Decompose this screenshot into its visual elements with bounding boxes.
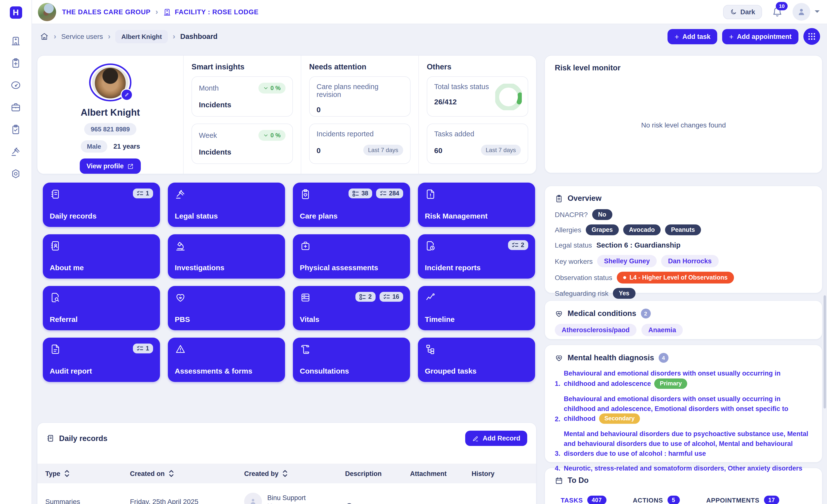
breadcrumb-service-users[interactable]: Service users [61, 33, 103, 40]
overview-label: Legal status [555, 241, 592, 249]
tile-referral[interactable]: Referral [43, 286, 160, 330]
table-row[interactable]: Summaries Friday, 25th April 2025 Binu S… [37, 483, 536, 504]
section-title: Smart insights [192, 62, 293, 71]
sidebar-item-care-records[interactable] [10, 58, 21, 68]
add-appointment-button[interactable]: +Add appointment [722, 29, 798, 44]
app-logo[interactable]: H [10, 6, 22, 19]
change-badge: 0 % [259, 130, 286, 141]
user-menu[interactable] [792, 3, 820, 21]
sidebar-item-tasks[interactable] [10, 124, 21, 135]
daily-records-table: TypeCreated onCreated byDescriptionAttac… [37, 464, 536, 504]
organisation-avatar[interactable] [38, 3, 56, 21]
tile-assessments-forms[interactable]: Assessments & forms [168, 338, 285, 382]
tile-consultations[interactable]: Consultations [293, 338, 410, 382]
edit-photo-button[interactable] [120, 89, 133, 101]
tile-about-me[interactable]: About me [43, 234, 160, 279]
todo-tab-appointments[interactable]: APPOINTMENTS17 [706, 496, 779, 504]
main-area: THE DALES CARE GROUP › FACILITY : ROSE L… [32, 0, 827, 504]
sidebar-item-insights[interactable] [10, 80, 21, 91]
condition-pill-anaemia[interactable]: Anaemia [641, 324, 683, 336]
chevron-down-icon [814, 10, 820, 14]
tile-audit-report[interactable]: 1 Audit report [43, 338, 160, 382]
column-header-type[interactable]: Type [45, 470, 130, 477]
sidebar-nav [10, 36, 21, 179]
value-pill: Grapes [586, 224, 619, 235]
key-worker-pill[interactable]: Shelley Guney [597, 255, 657, 267]
tile-investigations[interactable]: Investigations [168, 234, 285, 279]
scrollbar-thumb[interactable] [824, 295, 826, 408]
section-title: Needs attention [309, 62, 410, 71]
column-header-created-by[interactable]: Created by [244, 470, 345, 477]
plus-icon: + [675, 33, 679, 40]
metric-value: Incidents [199, 100, 231, 109]
diagnosis-item-1: 1.Behavioural and emotional disorders wi… [555, 369, 812, 389]
tile-incident-reports[interactable]: 2 Incident reports [418, 234, 535, 279]
tile-timeline[interactable]: Timeline [418, 286, 535, 330]
home-button[interactable] [40, 32, 49, 41]
patient-summary-card: Albert Knight 965 821 8989 Male 21 years… [37, 55, 537, 174]
tile-badge-checklist: 16 [380, 292, 403, 302]
overview-label: Safeguarding risk [555, 289, 609, 297]
value-pill: Avocado [623, 224, 661, 235]
observation-status-pill: L4 - Higher Level of Observations [617, 272, 734, 284]
tile-badge-kanban: 38 [348, 189, 372, 198]
condition-pill-atherosclerosis-paod[interactable]: Atherosclerosis/paod [555, 324, 636, 336]
patient-gender: Male [81, 140, 107, 153]
view-description-button[interactable] [345, 501, 410, 504]
microscope-icon [175, 240, 186, 252]
others-card-0: Total tasks status 26/412 [427, 76, 528, 117]
tile-grouped-tasks[interactable]: Grouped tasks [418, 338, 535, 382]
add-task-button[interactable]: +Add task [668, 29, 718, 44]
top-bar: THE DALES CARE GROUP › FACILITY : ROSE L… [32, 0, 827, 24]
scroll-icon [300, 344, 311, 355]
clipboard-icon [555, 194, 563, 203]
content: Albert Knight 965 821 8989 Male 21 years… [32, 49, 827, 504]
app: H THE DALES CARE GROUP › FACILITY : ROSE… [0, 0, 827, 504]
tile-physical-assessments[interactable]: Physical assessments [293, 234, 410, 279]
cell-type: Summaries [45, 498, 130, 504]
todo-tab-actions[interactable]: ACTIONS5 [633, 496, 680, 504]
key-worker-pill[interactable]: Dan Horrocks [661, 255, 719, 267]
sidebar-item-settings[interactable] [10, 168, 21, 179]
add-record-button[interactable]: Add Record [466, 431, 527, 446]
tile-vitals[interactable]: 216 Vitals [293, 286, 410, 330]
overview-row-observation-status: Observation statusL4 - Higher Level of O… [555, 272, 812, 284]
tile-risk-management[interactable]: Risk Management [418, 183, 535, 227]
notifications-button[interactable]: 10 [772, 6, 783, 17]
tile-label: Consultations [300, 367, 403, 375]
value-pill: Yes [613, 288, 635, 299]
overview-card: Overview DNACPR?NoAllergiesGrapesAvocado… [544, 186, 823, 293]
tile-care-plans[interactable]: 38284 Care plans [293, 183, 410, 227]
hierarchy-icon [425, 344, 436, 355]
tile-pbs[interactable]: PBS [168, 286, 285, 330]
overview-label: Key workers [555, 257, 593, 265]
overview-row-safeguarding-risk: Safeguarding riskYes [555, 288, 812, 299]
sidebar-item-organisation[interactable] [10, 102, 21, 113]
organisation-name[interactable]: THE DALES CARE GROUP [62, 8, 151, 15]
view-profile-button[interactable]: View profile [80, 158, 141, 174]
mental-health-count: 4 [659, 353, 668, 363]
sidebar-item-legal[interactable] [10, 146, 21, 157]
breadcrumb-patient[interactable]: Albert Knight [115, 30, 168, 43]
diagnosis-text: Mental and behavioural disorders due to … [564, 430, 812, 458]
column-header-created-on[interactable]: Created on [130, 470, 244, 477]
diagnosis-text: Behavioural and emotional disorders with… [564, 369, 812, 389]
period-badge: Last 7 days [363, 145, 403, 156]
metric-label: Week [199, 132, 217, 139]
overview-row-allergies: AllergiesGrapesAvocadoPeanuts [555, 224, 812, 235]
sidebar-item-facility[interactable] [10, 36, 21, 46]
tile-daily-records[interactable]: 1 Daily records [43, 183, 160, 227]
patient-phone: 965 821 8989 [84, 123, 136, 135]
tile-badge-checklist: 1 [133, 344, 153, 353]
risk-level-monitor-card: Risk level monitor No risk level changes… [544, 55, 823, 173]
diagnosis-number: 2. [555, 414, 561, 424]
mental-health-card: Mental health diagnosis 4 1.Behavioural … [544, 345, 823, 463]
facility-label[interactable]: FACILITY : ROSE LODGE [163, 8, 258, 16]
todo-tab-tasks[interactable]: TASKS407 [561, 496, 606, 504]
apps-grid-button[interactable] [804, 28, 820, 45]
daily-records-title: Daily records [46, 434, 107, 443]
dark-mode-toggle[interactable]: Dark [723, 5, 762, 19]
tab-count-badge: 407 [587, 496, 606, 504]
tile-legal-status[interactable]: Legal status [168, 183, 285, 227]
tile-badge-checklist: 2 [508, 240, 528, 250]
